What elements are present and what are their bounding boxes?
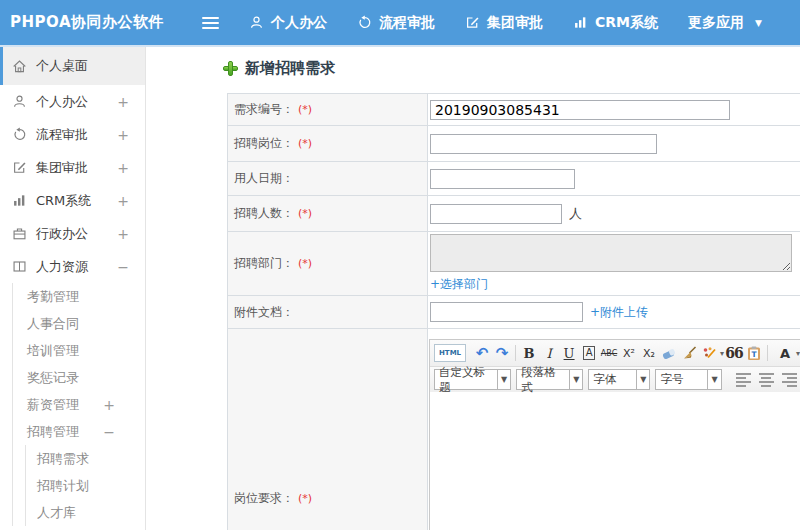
- nav-process-approval[interactable]: 流程审批: [357, 14, 435, 32]
- label-text: 附件文档：: [234, 304, 294, 321]
- sidebar-item-training-mgmt[interactable]: 培训管理: [13, 337, 145, 364]
- html-source-button[interactable]: HTML: [434, 344, 466, 362]
- sidebar-item-label: 培训管理: [27, 342, 79, 360]
- bar-chart-icon: [12, 193, 27, 208]
- recruit-demand-form: 需求编号： (*) 招聘岗位： (*): [227, 93, 800, 530]
- required-mark: (*): [298, 207, 312, 220]
- sidebar-item-personnel-contract[interactable]: 人事合同: [13, 310, 145, 337]
- required-mark: (*): [298, 492, 312, 505]
- collapse-minus-icon[interactable]: −: [117, 259, 129, 275]
- sidebar-item-admin-office[interactable]: 行政办公 +: [0, 217, 145, 250]
- expand-plus-icon[interactable]: +: [117, 226, 129, 242]
- expand-plus-icon[interactable]: +: [117, 193, 129, 209]
- chevron-down-icon[interactable]: ▼: [636, 370, 649, 389]
- hire-date-input[interactable]: [430, 169, 575, 189]
- chevron-down-icon[interactable]: ▼: [569, 370, 582, 389]
- form-row-demand-no: 需求编号： (*): [228, 94, 800, 126]
- sidebar-item-group-approval[interactable]: 集团审批 +: [0, 151, 145, 184]
- nav-crm-system[interactable]: CRM系统: [573, 14, 658, 32]
- custom-heading-select[interactable]: 自定义标题▼: [434, 369, 511, 390]
- chevron-down-icon[interactable]: ▼: [755, 18, 762, 28]
- label-text: 招聘岗位：: [234, 135, 294, 152]
- sidebar-item-reward-punishment[interactable]: 奖惩记录: [13, 364, 145, 391]
- char-border-button[interactable]: A: [583, 346, 596, 360]
- editor-content-area[interactable]: [430, 392, 800, 530]
- sidebar-item-recruitment-mgmt[interactable]: 招聘管理−: [13, 418, 145, 445]
- chevron-down-icon[interactable]: ▼: [707, 370, 720, 389]
- collapse-minus-icon[interactable]: −: [103, 424, 115, 440]
- sidebar-item-label: 人才库: [37, 504, 76, 522]
- bar-chart-icon: [573, 15, 588, 30]
- sidebar-item-human-resources[interactable]: 人力资源 −: [0, 250, 145, 283]
- nav-label: 更多应用: [688, 14, 744, 32]
- select-department-link[interactable]: +选择部门: [430, 276, 488, 293]
- field-label: 用人日期：: [228, 162, 428, 195]
- chevron-down-icon[interactable]: ▼: [497, 370, 510, 389]
- expand-plus-icon[interactable]: +: [103, 397, 115, 413]
- align-center-button[interactable]: [759, 373, 774, 387]
- department-textarea[interactable]: [430, 234, 792, 272]
- bold-button[interactable]: B: [519, 343, 539, 364]
- superscript-button[interactable]: X²: [619, 343, 639, 364]
- person-icon: [249, 15, 264, 30]
- sidebar-item-recruit-plan[interactable]: 招聘计划: [26, 472, 145, 499]
- underline-button[interactable]: U: [559, 343, 579, 364]
- nav-group-approval[interactable]: 集团审批: [465, 14, 543, 32]
- font-color-button[interactable]: A: [775, 343, 795, 364]
- attachment-upload-link[interactable]: +附件上传: [590, 304, 648, 321]
- blockquote-button[interactable]: 66: [724, 343, 744, 364]
- paste-button[interactable]: T: [744, 343, 764, 364]
- editor-toolbar-row1: HTML ↶ ↷ B I U A ABC X² X₂: [430, 340, 800, 366]
- paragraph-format-select[interactable]: 段落格式▼: [516, 369, 583, 390]
- sidebar-item-label: CRM系统: [36, 192, 91, 210]
- hr-submenu: 考勤管理 人事合同 培训管理 奖惩记录 薪资管理+ 招聘管理− 招聘需求 招聘计…: [12, 283, 145, 526]
- undo-button[interactable]: ↶: [472, 343, 492, 364]
- sidebar-item-attendance-mgmt[interactable]: 考勤管理: [13, 283, 145, 310]
- sidebar-item-salary-mgmt[interactable]: 薪资管理+: [13, 391, 145, 418]
- align-left-button[interactable]: [736, 373, 751, 387]
- eraser-button[interactable]: [659, 343, 679, 364]
- sidebar-item-personal-desktop[interactable]: 个人桌面: [0, 47, 145, 85]
- sidebar-item-label: 流程审批: [36, 126, 88, 144]
- cycle-arrow-icon: [357, 15, 372, 30]
- strikethrough-button[interactable]: ABC: [599, 343, 619, 364]
- headcount-input[interactable]: [430, 204, 562, 224]
- form-row-position: 招聘岗位： (*): [228, 126, 800, 162]
- book-icon: [12, 259, 27, 274]
- color-specks-icon: [702, 346, 717, 360]
- menu-toggle-icon[interactable]: [202, 14, 219, 32]
- demand-no-input[interactable]: [430, 100, 730, 120]
- label-text: 招聘部门：: [234, 255, 294, 272]
- position-input[interactable]: [430, 134, 657, 154]
- sidebar-item-personal-office[interactable]: 个人办公 +: [0, 85, 145, 118]
- font-family-select[interactable]: 字体▼: [588, 369, 650, 390]
- expand-plus-icon[interactable]: +: [117, 94, 129, 110]
- align-buttons: [736, 373, 800, 387]
- sidebar-item-label: 考勤管理: [27, 288, 79, 306]
- form-row-attachment: 附件文档： +附件上传: [228, 296, 800, 329]
- sidebar-item-crm-system[interactable]: CRM系统 +: [0, 184, 145, 217]
- rich-text-editor: HTML ↶ ↷ B I U A ABC X² X₂: [429, 339, 800, 530]
- doodle-color-button[interactable]: [699, 343, 719, 364]
- expand-plus-icon[interactable]: +: [117, 160, 129, 176]
- sidebar-item-label: 行政办公: [36, 225, 88, 243]
- nav-label: 集团审批: [487, 14, 543, 32]
- nav-more-apps[interactable]: 更多应用 ▼: [688, 14, 762, 32]
- sidebar-item-recruit-demand[interactable]: 招聘需求: [26, 445, 145, 472]
- nav-label: 流程审批: [379, 14, 435, 32]
- subscript-button[interactable]: X₂: [639, 343, 659, 364]
- font-size-select[interactable]: 字号▼: [655, 369, 721, 390]
- edit-icon: [12, 160, 27, 175]
- form-row-requirement: 岗位要求： (*) HTML ↶ ↷ B I U: [228, 329, 800, 530]
- sidebar-item-talent-pool[interactable]: 人才库: [26, 499, 145, 526]
- align-right-button[interactable]: [782, 373, 797, 387]
- toolbar-separator: [767, 345, 768, 361]
- redo-button[interactable]: ↷: [492, 343, 512, 364]
- italic-button[interactable]: I: [539, 343, 559, 364]
- required-mark: (*): [298, 137, 312, 150]
- sidebar-item-process-approval[interactable]: 流程审批 +: [0, 118, 145, 151]
- expand-plus-icon[interactable]: +: [117, 127, 129, 143]
- nav-personal-office[interactable]: 个人办公: [249, 14, 327, 32]
- attachment-input[interactable]: [430, 302, 583, 322]
- format-brush-button[interactable]: [679, 343, 699, 364]
